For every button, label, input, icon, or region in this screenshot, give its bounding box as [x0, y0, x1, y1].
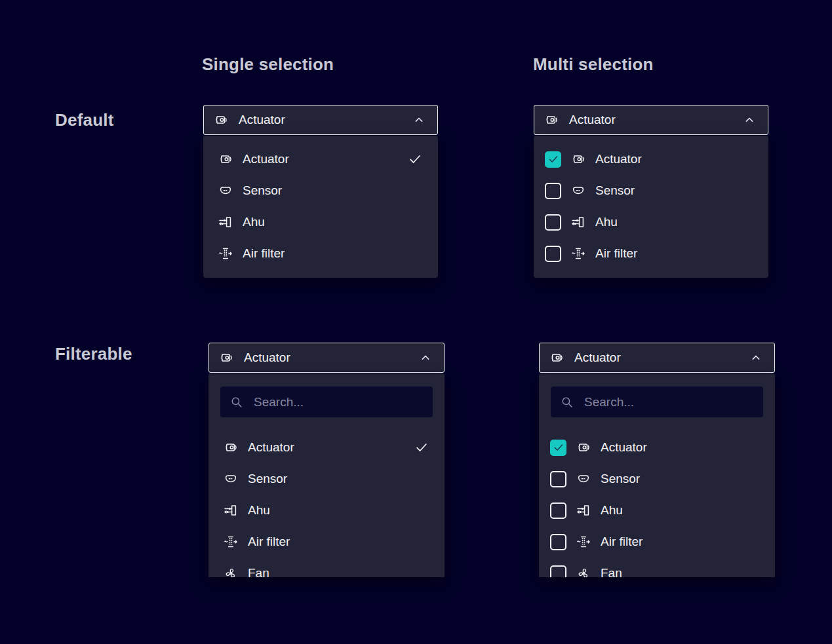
- checkbox-checked[interactable]: [550, 440, 566, 456]
- column-header-single-selection: Single selection: [202, 54, 334, 74]
- option-label: Ahu: [243, 215, 265, 229]
- actuator-icon: [544, 112, 559, 128]
- option-label: Sensor: [243, 183, 282, 198]
- fan-icon: [576, 565, 591, 577]
- checkbox-unchecked[interactable]: [550, 471, 566, 487]
- option-label: Ahu: [595, 215, 618, 229]
- chevron-up-icon: [743, 113, 756, 126]
- option-sensor[interactable]: Sensor: [534, 175, 768, 206]
- option-label: Sensor: [248, 472, 287, 486]
- row-label-default: Default: [55, 110, 114, 130]
- air-filter-icon: [223, 534, 239, 550]
- actuator-icon: [213, 112, 229, 128]
- sensor-icon: [576, 471, 591, 487]
- option-ahu[interactable]: Ahu: [539, 495, 775, 526]
- option-actuator[interactable]: Actuator: [208, 432, 445, 463]
- ahu-icon: [570, 214, 586, 230]
- column-header-multi-selection: Multi selection: [533, 54, 654, 74]
- option-label: Air filter: [243, 246, 285, 261]
- filterable-multi-panel: Actuator Sensor Ahu Air filter Fan: [539, 373, 775, 577]
- checkbox-unchecked[interactable]: [550, 534, 566, 550]
- checkbox-checked[interactable]: [545, 151, 561, 168]
- option-ahu[interactable]: Ahu: [534, 206, 768, 238]
- option-label: Sensor: [601, 472, 640, 486]
- check-icon: [547, 153, 559, 165]
- ahu-icon: [576, 502, 591, 518]
- checkbox-unchecked[interactable]: [545, 183, 561, 199]
- option-label: Air filter: [595, 246, 637, 261]
- default-multi-trigger[interactable]: Actuator: [534, 105, 768, 135]
- trigger-selected-label: Actuator: [569, 113, 616, 127]
- option-label: Actuator: [248, 440, 294, 455]
- option-label: Ahu: [248, 503, 270, 518]
- air-filter-icon: [218, 246, 233, 261]
- trigger-selected-label: Actuator: [239, 113, 285, 127]
- checkbox-unchecked[interactable]: [545, 214, 561, 231]
- option-label: Ahu: [601, 503, 623, 518]
- filterable-single-trigger[interactable]: Actuator: [208, 343, 445, 373]
- sensor-icon: [570, 183, 586, 199]
- search-field: [551, 387, 763, 417]
- search-icon: [560, 395, 574, 409]
- fan-icon: [223, 565, 239, 577]
- trigger-selected-label: Actuator: [574, 350, 621, 365]
- search-icon: [229, 395, 244, 409]
- option-fan[interactable]: Fan: [208, 558, 445, 577]
- search-field: [220, 387, 433, 417]
- checkbox-unchecked[interactable]: [550, 502, 566, 519]
- check-icon: [553, 442, 565, 453]
- filterable-single-panel: Actuator Sensor Ahu Air filter Fan: [208, 373, 445, 577]
- option-label: Actuator: [601, 440, 647, 455]
- filterable-multi-trigger[interactable]: Actuator: [539, 343, 775, 373]
- option-sensor[interactable]: Sensor: [208, 463, 445, 495]
- checkbox-unchecked[interactable]: [545, 246, 561, 262]
- option-sensor[interactable]: Sensor: [539, 463, 775, 495]
- option-label: Fan: [601, 566, 622, 577]
- actuator-icon: [549, 350, 565, 366]
- actuator-icon: [570, 151, 586, 167]
- option-label: Actuator: [243, 152, 289, 166]
- ahu-icon: [223, 502, 239, 518]
- select-component-showcase: Single selection Multi selection Default…: [0, 0, 832, 644]
- option-air-filter[interactable]: Air filter: [539, 526, 775, 558]
- actuator-icon: [218, 350, 234, 366]
- sensor-icon: [218, 183, 233, 199]
- check-icon: [414, 440, 429, 455]
- sensor-icon: [223, 471, 239, 487]
- option-label: Fan: [248, 566, 269, 577]
- default-single-panel: Actuator Sensor Ahu Air filter: [203, 136, 438, 278]
- check-icon: [408, 152, 422, 166]
- chevron-up-icon: [412, 113, 426, 126]
- row-label-filterable: Filterable: [55, 344, 132, 364]
- option-air-filter[interactable]: Air filter: [534, 238, 768, 269]
- chevron-up-icon: [419, 351, 432, 364]
- option-actuator[interactable]: Actuator: [203, 143, 438, 175]
- option-label: Sensor: [595, 183, 635, 198]
- actuator-icon: [576, 440, 591, 455]
- air-filter-icon: [576, 534, 591, 550]
- option-label: Actuator: [595, 152, 642, 166]
- ahu-icon: [218, 214, 233, 230]
- option-ahu[interactable]: Ahu: [203, 206, 438, 238]
- option-ahu[interactable]: Ahu: [208, 495, 445, 526]
- default-multi-panel: Actuator Sensor Ahu Air filter: [534, 136, 768, 278]
- checkbox-unchecked[interactable]: [550, 565, 566, 578]
- option-actuator[interactable]: Actuator: [534, 143, 768, 175]
- default-single-trigger[interactable]: Actuator: [203, 105, 438, 135]
- option-fan[interactable]: Fan: [539, 558, 775, 577]
- chevron-up-icon: [749, 351, 763, 364]
- option-label: Air filter: [601, 535, 643, 549]
- option-air-filter[interactable]: Air filter: [203, 238, 438, 269]
- trigger-selected-label: Actuator: [244, 350, 290, 365]
- actuator-icon: [218, 151, 233, 167]
- option-sensor[interactable]: Sensor: [203, 175, 438, 206]
- search-input[interactable]: [583, 394, 754, 410]
- search-input[interactable]: [252, 394, 424, 410]
- air-filter-icon: [570, 246, 586, 261]
- option-air-filter[interactable]: Air filter: [208, 526, 445, 558]
- option-actuator[interactable]: Actuator: [539, 432, 775, 463]
- actuator-icon: [223, 440, 239, 455]
- option-label: Air filter: [248, 535, 290, 549]
